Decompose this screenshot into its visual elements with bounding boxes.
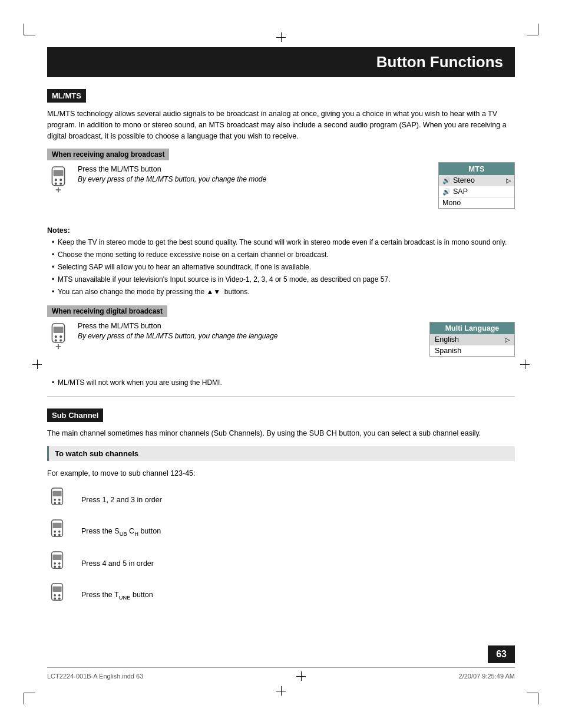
multi-language-panel: Multi Language English ▷ Spanish [429,322,515,357]
note-item-5: You can also change the mode by pressing… [53,286,515,297]
footer: LCT2224-001B-A English.indd 63 2/20/07 9… [47,667,515,681]
step-row-2: Press the SUB CH button [47,518,515,545]
digital-note: ML/MTS will not work when you are using … [53,377,515,388]
mlmts-body: ML/MTS technology allows several audio s… [47,108,515,141]
svg-point-38 [54,597,56,599]
svg-point-12 [55,340,57,342]
digital-section: When receiving digital broadcast [47,305,515,388]
notes-section: Notes: Keep the TV in stereo mode to get… [47,226,515,297]
footer-right: 2/20/07 9:25:49 AM [459,673,515,680]
svg-rect-9 [54,327,64,334]
digital-header: When receiving digital broadcast [47,305,167,317]
footer-left: LCT2224-001B-A English.indd 63 [47,673,143,680]
crosshair-top [276,32,286,42]
corner-mark-br [527,693,538,704]
remote-icon-step1 [47,487,67,513]
note-item-1: Keep the TV in stereo mode to get the be… [53,237,515,248]
mts-arrow-stereo: ▷ [506,177,511,185]
svg-rect-8 [52,324,64,342]
subchannel-section: Sub Channel The main channel sometimes h… [47,409,515,609]
svg-point-31 [58,562,61,565]
ml-panel-header: Multi Language [430,322,514,334]
ml-arrow-english: ▷ [505,336,510,344]
corner-mark-tr [527,24,538,35]
ml-spanish-label: Spanish [435,347,461,355]
svg-point-27 [58,533,61,536]
remote-icon-digital [47,323,70,351]
svg-point-19 [58,499,61,501]
svg-rect-17 [52,490,61,496]
step-text-1: Press 1, 2 and 3 in order [81,496,162,504]
mts-sap-label: SAP [453,187,468,196]
analog-broadcast-row: Press the ML/MTS button By every press o… [47,165,515,218]
svg-rect-1 [54,170,64,177]
svg-point-10 [55,335,57,338]
note-item-2: Choose the mono setting to reduce excess… [53,249,515,260]
corner-mark-tl [24,24,35,35]
step-row-3: Press 4 and 5 in order [47,550,515,577]
footer-crosshair [296,671,306,681]
remote-icon-step3 [47,551,67,577]
svg-point-11 [59,335,62,338]
svg-point-26 [54,533,56,536]
svg-rect-35 [52,586,61,591]
svg-point-5 [59,183,62,185]
svg-rect-29 [52,554,61,559]
svg-rect-23 [52,522,61,528]
divider [47,396,515,397]
svg-rect-0 [52,167,64,186]
step-text-3: Press 4 and 5 in order [81,559,154,568]
page-title: Button Functions [47,47,515,77]
svg-point-13 [59,340,62,342]
remote-icon-step2 [47,519,67,545]
note-item-3: Selecting SAP will allow you to hear an … [53,262,515,272]
svg-point-32 [54,565,56,568]
mts-stereo-icon: 🔊 [442,177,451,185]
to-watch-header: To watch sub channels [47,446,515,461]
svg-point-33 [58,565,61,568]
ml-row-spanish: Spanish [430,345,514,356]
page-number: 63 [488,645,515,663]
corner-mark-bl [24,693,35,704]
notes-label: Notes: [47,226,515,235]
ml-english-label: English [435,335,459,344]
mts-sap-icon: 🔊 [442,188,451,196]
crosshair-right [520,360,530,369]
mlmts-header: ML/MTS [47,89,86,103]
crosshair-bottom [276,686,286,696]
step-row-1: Press 1, 2 and 3 in order [47,486,515,513]
digital-broadcast-row: Press the ML/MTS button By every press o… [47,322,515,369]
analog-section: When receiving analog broadcast [47,149,515,218]
mts-panel: MTS 🔊 Stereo ▷ 🔊 SAP Mono [438,162,515,209]
mts-row-sap: 🔊 SAP [439,186,514,197]
step-text-4: Press the TUNE button [81,591,153,601]
analog-header: When receiving analog broadcast [47,149,169,160]
subchannel-header: Sub Channel [47,409,103,422]
step-row-4: Press the TUNE button [47,582,515,609]
mts-stereo-label: Stereo [453,176,475,185]
svg-point-24 [54,531,56,533]
svg-point-20 [54,502,56,504]
remote-icon-analog [47,166,70,195]
note-item-4: MTS unavailable if your television's Inp… [53,274,515,285]
svg-point-37 [58,594,61,597]
svg-point-39 [58,597,61,599]
ml-row-english: English ▷ [430,334,514,345]
svg-point-21 [58,502,61,504]
mts-row-mono: Mono [439,197,514,208]
svg-point-3 [59,179,62,181]
svg-point-18 [54,499,56,501]
to-watch-intro: For example, to move to sub channel 123-… [47,468,515,479]
mts-panel-header: MTS [439,163,514,175]
mlmts-section: ML/MTS ML/MTS technology allows several … [47,89,515,388]
svg-point-25 [58,531,61,533]
step-text-2: Press the SUB CH button [81,527,161,537]
svg-point-2 [55,179,57,181]
mts-mono-label: Mono [442,199,461,207]
subchannel-body: The main channel sometimes has minor cha… [47,428,515,439]
remote-icon-step4 [47,583,67,609]
svg-point-36 [54,594,56,597]
mts-row-stereo: 🔊 Stereo ▷ [439,175,514,186]
svg-point-30 [54,562,56,565]
svg-point-4 [55,183,57,185]
